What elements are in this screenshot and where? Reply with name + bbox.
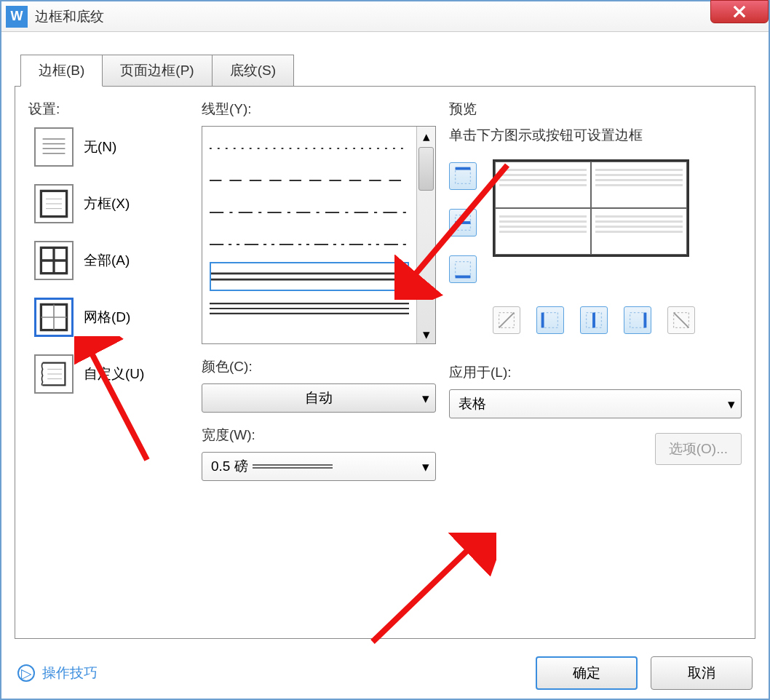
setting-grid[interactable]: 网格(D)	[34, 298, 188, 337]
line-style-double[interactable]	[210, 262, 409, 291]
setting-all[interactable]: 全部(A)	[34, 241, 188, 280]
style-label: 线型(Y):	[202, 100, 436, 119]
tab-page-border[interactable]: 页面边框(P)	[102, 55, 212, 87]
edge-right-button[interactable]	[624, 306, 651, 334]
tab-border[interactable]: 边框(B)	[20, 55, 103, 87]
tips-icon: ▷	[17, 664, 35, 682]
borders-shading-dialog: W 边框和底纹 边框(B) 页面边框(P) 底纹(S) 设置: 无(N) 方框(…	[0, 0, 770, 700]
line-style-dashdotdot[interactable]	[210, 230, 409, 259]
edge-vmiddle-button[interactable]	[580, 306, 608, 334]
edge-buttons-vertical	[449, 162, 477, 283]
app-icon: W	[6, 6, 28, 28]
scroll-track[interactable]	[417, 192, 435, 325]
setting-grid-label: 网格(D)	[84, 308, 130, 327]
preview-diagram[interactable]	[493, 159, 689, 257]
line-style-dotted[interactable]	[210, 134, 409, 163]
grid-icon	[34, 298, 74, 337]
options-button: 选项(O)...	[655, 433, 742, 465]
apply-to-label: 应用于(L):	[449, 363, 742, 382]
titlebar: W 边框和底纹	[1, 1, 769, 32]
svg-rect-40	[630, 313, 646, 328]
color-label: 颜色(C):	[202, 357, 436, 376]
edge-hmiddle-button[interactable]	[449, 209, 477, 236]
tips-link[interactable]: 操作技巧	[42, 664, 98, 683]
svg-line-35	[499, 313, 515, 328]
scroll-up-button[interactable]: ▴	[417, 127, 435, 146]
width-value: 0.5 磅	[211, 457, 248, 476]
dropdown-arrow-icon: ▾	[728, 396, 735, 413]
dialog-footer: ▷ 操作技巧 确定 取消	[1, 656, 769, 690]
edge-bottom-button[interactable]	[449, 255, 477, 283]
scroll-thumb[interactable]	[418, 147, 434, 191]
custom-icon	[34, 354, 74, 394]
none-icon	[34, 127, 74, 167]
color-combo[interactable]: 自动 ▾	[202, 383, 436, 413]
setting-none[interactable]: 无(N)	[34, 127, 188, 167]
setting-custom[interactable]: 自定义(U)	[34, 354, 188, 394]
line-style-dashdot[interactable]	[210, 198, 409, 227]
svg-line-43	[674, 313, 689, 328]
setting-none-label: 无(N)	[84, 138, 116, 156]
width-sample-icon	[253, 462, 333, 471]
svg-rect-28	[456, 169, 471, 184]
width-label: 宽度(W):	[202, 426, 436, 445]
box-icon	[34, 184, 74, 223]
ok-button[interactable]: 确定	[536, 656, 638, 690]
setting-all-label: 全部(A)	[84, 251, 130, 270]
preview-area	[449, 159, 742, 283]
edge-diag2-button[interactable]	[667, 306, 695, 334]
dropdown-arrow-icon: ▾	[422, 458, 429, 475]
dropdown-arrow-icon: ▾	[422, 390, 429, 407]
apply-to-section: 应用于(L): 表格 ▾	[449, 363, 742, 418]
tab-bar: 边框(B) 页面边框(P) 底纹(S)	[20, 54, 769, 86]
edge-left-button[interactable]	[536, 306, 564, 334]
preview-column: 预览 单击下方图示或按钮可设置边框	[449, 100, 742, 625]
close-button[interactable]	[710, 0, 769, 23]
window-title: 边框和底纹	[35, 7, 104, 26]
all-icon	[34, 241, 74, 280]
setting-box[interactable]: 方框(X)	[34, 184, 188, 223]
preview-label: 预览	[449, 100, 742, 119]
setting-box-label: 方框(X)	[84, 194, 130, 213]
options-row: 选项(O)...	[449, 433, 742, 465]
line-style-items	[202, 127, 416, 343]
cancel-button[interactable]: 取消	[651, 656, 753, 690]
svg-rect-36	[543, 313, 558, 328]
edge-top-button[interactable]	[449, 162, 477, 190]
style-scrollbar[interactable]: ▴ ▾	[416, 127, 435, 343]
line-style-list[interactable]: ▴ ▾	[202, 126, 436, 344]
svg-rect-32	[456, 262, 471, 277]
edge-buttons-horizontal	[493, 306, 742, 334]
tab-shading[interactable]: 底纹(S)	[212, 55, 294, 87]
preview-hint: 单击下方图示或按钮可设置边框	[449, 126, 742, 145]
line-style-triple[interactable]	[210, 294, 409, 323]
setting-custom-label: 自定义(U)	[84, 365, 144, 383]
main-panel: 设置: 无(N) 方框(X) 全部(A) 网格(D) 自定义(U)	[15, 86, 755, 639]
scroll-down-button[interactable]: ▾	[417, 325, 435, 343]
settings-label: 设置:	[28, 100, 188, 119]
width-combo[interactable]: 0.5 磅 ▾	[202, 452, 436, 481]
line-style-dashed[interactable]	[210, 166, 409, 195]
settings-column: 设置: 无(N) 方框(X) 全部(A) 网格(D) 自定义(U)	[28, 100, 188, 625]
close-icon	[733, 5, 746, 18]
color-value: 自动	[305, 389, 333, 407]
apply-to-value: 表格	[459, 394, 486, 413]
style-column: 线型(Y): ▴ ▾ 颜色(C): 自动	[202, 100, 436, 625]
apply-to-combo[interactable]: 表格 ▾	[449, 389, 742, 418]
edge-diag1-button[interactable]	[493, 306, 520, 334]
